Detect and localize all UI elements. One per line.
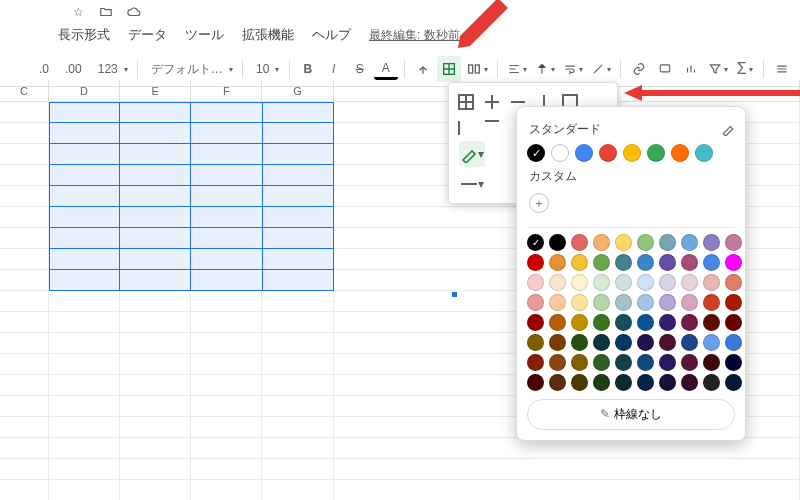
- color-swatch[interactable]: [703, 314, 720, 331]
- menu-data[interactable]: データ: [122, 24, 173, 46]
- color-swatch[interactable]: [615, 374, 632, 391]
- cell[interactable]: [49, 291, 120, 312]
- cell[interactable]: [49, 312, 120, 333]
- font-size-select[interactable]: 10▾: [249, 56, 283, 82]
- cell[interactable]: [120, 249, 191, 270]
- cell[interactable]: [120, 354, 191, 375]
- color-swatch[interactable]: [593, 354, 610, 371]
- color-swatch[interactable]: [599, 144, 617, 162]
- color-swatch[interactable]: [575, 144, 593, 162]
- cell[interactable]: [49, 438, 120, 459]
- color-swatch[interactable]: [571, 294, 588, 311]
- color-swatch[interactable]: [703, 374, 720, 391]
- color-swatch[interactable]: [637, 354, 654, 371]
- color-swatch[interactable]: [659, 254, 676, 271]
- color-swatch[interactable]: [527, 294, 544, 311]
- cell[interactable]: [49, 396, 120, 417]
- color-swatch[interactable]: [681, 254, 698, 271]
- color-swatch[interactable]: [571, 234, 588, 251]
- color-swatch[interactable]: [703, 294, 720, 311]
- move-folder-icon[interactable]: [98, 4, 114, 20]
- color-swatch[interactable]: [593, 274, 610, 291]
- cell[interactable]: [0, 144, 49, 165]
- color-swatch[interactable]: [659, 334, 676, 351]
- color-swatch[interactable]: [549, 354, 566, 371]
- last-edit[interactable]: 最終編集: 数秒前: [369, 27, 460, 44]
- italic-button[interactable]: I: [322, 56, 346, 82]
- color-swatch[interactable]: [681, 274, 698, 291]
- cell[interactable]: [0, 291, 49, 312]
- cell[interactable]: [49, 417, 120, 438]
- color-swatch[interactable]: [637, 254, 654, 271]
- fill-color-button[interactable]: [411, 56, 435, 82]
- cell[interactable]: [262, 354, 333, 375]
- cell[interactable]: [262, 291, 333, 312]
- cell[interactable]: [191, 123, 262, 144]
- cell[interactable]: [191, 207, 262, 228]
- color-swatch[interactable]: [637, 374, 654, 391]
- cell[interactable]: [49, 207, 120, 228]
- cell[interactable]: [49, 270, 120, 291]
- color-swatch[interactable]: [659, 234, 676, 251]
- color-swatch[interactable]: [703, 254, 720, 271]
- cell[interactable]: [191, 291, 262, 312]
- cloud-icon[interactable]: [126, 4, 142, 20]
- color-swatch[interactable]: [527, 354, 544, 371]
- column-header[interactable]: C: [0, 80, 49, 101]
- more-button[interactable]: [770, 56, 794, 82]
- color-swatch[interactable]: [725, 234, 742, 251]
- cell[interactable]: [191, 312, 262, 333]
- chart-button[interactable]: [679, 56, 703, 82]
- color-swatch[interactable]: [681, 294, 698, 311]
- cell[interactable]: [0, 333, 49, 354]
- color-swatch[interactable]: [615, 234, 632, 251]
- color-swatch[interactable]: [593, 374, 610, 391]
- color-swatch[interactable]: [637, 234, 654, 251]
- cell[interactable]: [263, 165, 334, 186]
- cell[interactable]: [49, 228, 120, 249]
- cell[interactable]: [191, 249, 262, 270]
- functions-button[interactable]: Σ▾: [733, 56, 757, 82]
- color-swatch[interactable]: [593, 254, 610, 271]
- increase-decimal-button[interactable]: .00: [58, 56, 89, 82]
- cell[interactable]: [120, 375, 191, 396]
- star-icon[interactable]: ☆: [70, 4, 86, 20]
- border-style-button[interactable]: ▾: [459, 171, 485, 197]
- color-swatch[interactable]: [615, 354, 632, 371]
- cell[interactable]: [120, 186, 191, 207]
- cell[interactable]: [0, 165, 49, 186]
- cell[interactable]: [191, 480, 262, 500]
- cell[interactable]: [262, 459, 333, 480]
- color-swatch[interactable]: [637, 294, 654, 311]
- color-swatch[interactable]: [659, 374, 676, 391]
- cell[interactable]: [0, 186, 49, 207]
- color-swatch[interactable]: [549, 274, 566, 291]
- menu-help[interactable]: ヘルプ: [306, 24, 357, 46]
- cell[interactable]: [0, 480, 49, 500]
- align-h-button[interactable]: ▾: [504, 56, 530, 82]
- cell[interactable]: [120, 459, 191, 480]
- color-swatch[interactable]: [695, 144, 713, 162]
- cell[interactable]: [263, 270, 334, 291]
- bold-button[interactable]: B: [296, 56, 320, 82]
- cell[interactable]: [49, 102, 120, 123]
- color-swatch[interactable]: [725, 274, 742, 291]
- color-swatch[interactable]: [615, 314, 632, 331]
- color-swatch[interactable]: [703, 334, 720, 351]
- color-swatch[interactable]: [527, 374, 544, 391]
- menu-extensions[interactable]: 拡張機能: [236, 24, 300, 46]
- menu-format[interactable]: 長示形式: [52, 24, 116, 46]
- cell[interactable]: [49, 375, 120, 396]
- color-swatch[interactable]: [637, 334, 654, 351]
- color-swatch[interactable]: [681, 334, 698, 351]
- color-swatch[interactable]: [527, 334, 544, 351]
- cell[interactable]: [120, 165, 191, 186]
- column-header[interactable]: D: [49, 80, 120, 101]
- merge-button[interactable]: ▾: [463, 56, 491, 82]
- rotation-button[interactable]: ▾: [588, 56, 614, 82]
- cell[interactable]: [262, 480, 333, 500]
- comment-button[interactable]: [653, 56, 677, 82]
- cell[interactable]: [120, 207, 191, 228]
- cell[interactable]: [49, 333, 120, 354]
- cell[interactable]: [263, 186, 334, 207]
